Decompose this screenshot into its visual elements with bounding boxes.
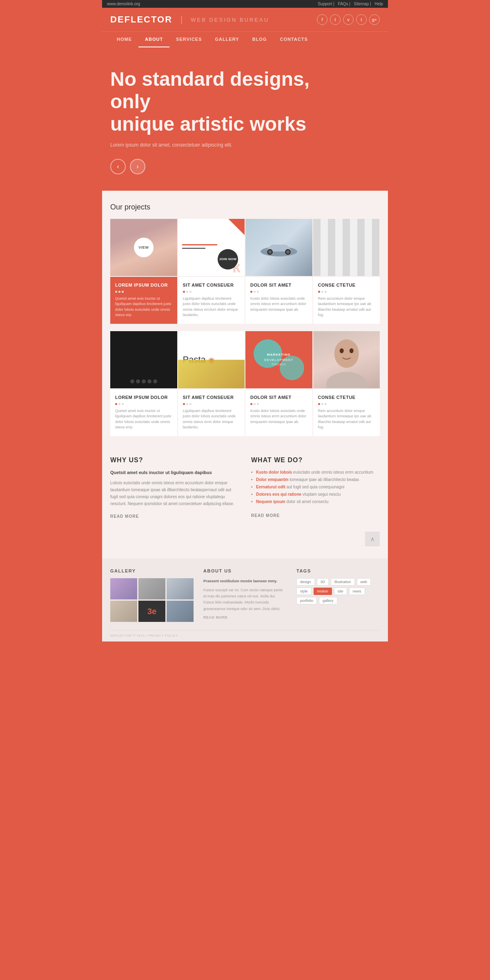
tag-3d[interactable]: 3D (317, 578, 329, 586)
top-links: Support | FAQs | Sitemap | Help (315, 2, 383, 6)
project-title-2: SIT AMET CONSEUER (183, 283, 240, 287)
what-read-more[interactable]: READ MORE (251, 513, 280, 518)
back-to-top-button[interactable]: ∧ (365, 532, 380, 546)
footer-about-read-more[interactable]: READ MORE (203, 615, 287, 619)
what-item-4: Dolores eos qui ratione vluptam segui ne… (251, 491, 380, 498)
nav-about[interactable]: ABOUT (138, 32, 169, 47)
project-desc-5: Quetsit amet euis inuctor ut liguliquam … (115, 408, 172, 430)
support-link[interactable]: Support (318, 2, 332, 6)
main-content: Our projects VIEW k JOIN NOW (102, 191, 388, 559)
smiling-img (313, 331, 380, 388)
project-title-4: CONSE CTETUE (318, 283, 375, 287)
shelf-img (313, 219, 380, 276)
view-button-1[interactable]: VIEW (134, 238, 154, 257)
project-dots-5 (115, 403, 172, 405)
footer: GALLERY 3e ABOUT US Praesent vestibulum … (102, 559, 388, 641)
footer-gallery-heading: GALLERY (110, 568, 194, 573)
tag-motion[interactable]: motion (314, 588, 332, 595)
gallery-thumb-1[interactable] (110, 578, 137, 599)
project-desc-4: Rem accuntium dolor emque laudantium tom… (318, 296, 375, 318)
facebook-icon[interactable]: f (317, 14, 327, 25)
hero-section: No standard designs, only unique artisti… (102, 47, 388, 191)
header: DEFLECTOR | WEB DESIGN BUREAU f t v t g+ (102, 8, 388, 31)
project-title-5: LOREM IPSUM DOLOR (115, 395, 172, 400)
footer-gallery-col: GALLERY 3e (110, 568, 194, 622)
svg-point-2 (268, 250, 272, 254)
tag-web[interactable]: web (357, 578, 371, 586)
what-we-do-heading: WHAT WE DO? (251, 457, 380, 464)
why-us-heading: WHY US? (110, 457, 239, 464)
project-text-5: LOREM IPSUM DOLOR Quetsit amet euis inuc… (110, 389, 177, 436)
what-we-do-col: WHAT WE DO? Kusto dolor lobois euisclati… (251, 457, 380, 520)
footer-about-heading: ABOUT US (203, 568, 287, 573)
tag-style[interactable]: style (296, 588, 312, 595)
project-dots-4 (318, 291, 375, 293)
hero-prev-button[interactable]: ‹ (110, 159, 126, 174)
development-label: DEVELOPMENT (264, 358, 293, 362)
project-text-6: SIT AMET CONSEUER Liguliquam dapibus tin… (178, 389, 245, 436)
tag-gallery[interactable]: gallery (319, 597, 337, 604)
projects-section: Our projects VIEW k JOIN NOW (110, 203, 380, 436)
nav-contacts[interactable]: CONTACTS (273, 32, 314, 47)
sitemap-link[interactable]: Sitemap (354, 2, 369, 6)
hero-buttons: ‹ › (110, 159, 380, 174)
vimeo-icon[interactable]: v (343, 14, 354, 25)
faqs-link[interactable]: FAQs (338, 2, 348, 6)
tags-list: design 3D illustration web style motion … (296, 578, 380, 604)
projects-title: Our projects (110, 203, 380, 212)
projects-row2-text: LOREM IPSUM DOLOR Quetsit amet euis inuc… (110, 389, 380, 436)
svg-point-8 (349, 348, 353, 353)
twitter-icon[interactable]: t (330, 14, 341, 25)
gallery-thumb-2[interactable] (138, 578, 165, 599)
hero-headline: No standard designs, only unique artisti… (110, 68, 347, 136)
project-desc-7: Kusto dolor lobois euisclatis unde omnis… (250, 408, 307, 425)
footer-copyright: DEFLECTOR © 2013 • PRIVACY POLICY (110, 634, 178, 637)
nav-blog[interactable]: BLOG (246, 32, 274, 47)
project-text-7: DOLOR SIT AMET Kusto dolor lobois euiscl… (245, 389, 312, 436)
help-link[interactable]: Help (374, 2, 383, 6)
tag-illustration[interactable]: illustration (331, 578, 355, 586)
project-img-1: VIEW (110, 219, 177, 276)
hero-subtext: Lorem ipsum dolor sit amet, consectetuer… (110, 141, 274, 149)
footer-about-col: ABOUT US Praesent vestibulum mostie laen… (203, 568, 287, 622)
why-us-col: WHY US? Quetsit amet euls inuctor ut lig… (110, 457, 239, 520)
google-plus-icon[interactable]: g+ (369, 14, 380, 25)
logo-name: DEFLECTOR (110, 14, 172, 25)
why-us-read-more[interactable]: READ MORE (110, 514, 139, 519)
back-to-top: ∧ (110, 532, 380, 546)
marketing-img: MARKETING DEVELOPMENT PROMO (245, 331, 312, 388)
join-now-button[interactable]: JOIN NOW (218, 249, 238, 270)
footer-tags-col: TAGS design 3D illustration web style mo… (296, 568, 380, 622)
projects-row1-images: VIEW k JOIN NOW (110, 219, 380, 276)
smiling-person-svg (313, 331, 380, 388)
project-img-8 (313, 331, 380, 388)
marketing-label: MARKETING (264, 353, 293, 356)
nav-gallery[interactable]: GALLERY (209, 32, 246, 47)
gallery-thumb-6[interactable] (167, 601, 194, 622)
gallery-thumb-5[interactable]: 3e (138, 601, 165, 622)
tumblr-icon[interactable]: t (356, 14, 367, 25)
tag-design[interactable]: design (296, 578, 315, 586)
main-nav: HOME ABOUT SERVICES GALLERY BLOG CONTACT… (102, 31, 388, 47)
gallery-thumb-4[interactable] (110, 601, 137, 622)
nav-services[interactable]: SERVICES (169, 32, 208, 47)
project-dots-1 (115, 291, 172, 293)
tag-site[interactable]: site (334, 588, 347, 595)
nav-home[interactable]: HOME (110, 32, 138, 47)
project-title-8: CONSE CTETUE (318, 395, 375, 400)
project-title-7: DOLOR SIT AMET (250, 395, 307, 400)
project-desc-3: Kusto dolor lobois euisclatis unde omnis… (250, 296, 307, 313)
tag-news[interactable]: news (349, 588, 365, 595)
svg-point-7 (339, 348, 343, 353)
project-desc-8: Rem accuntium dolor emque laudantium tom… (318, 408, 375, 430)
tag-portfolio[interactable]: portfolio (296, 597, 317, 604)
promo-label: PROMO (264, 363, 293, 366)
hero-next-button[interactable]: › (130, 159, 145, 174)
social-icons: f t v t g+ (317, 14, 380, 25)
what-item-1: Kusto dolor lobois euisclatis unde omnis… (251, 469, 380, 476)
project-dots-8 (318, 403, 375, 405)
gallery-thumb-3[interactable] (167, 578, 194, 599)
project-img-4 (313, 219, 380, 276)
site-url: www.demolink.org (107, 2, 140, 6)
hero-line2: unique artistic works (110, 113, 306, 135)
